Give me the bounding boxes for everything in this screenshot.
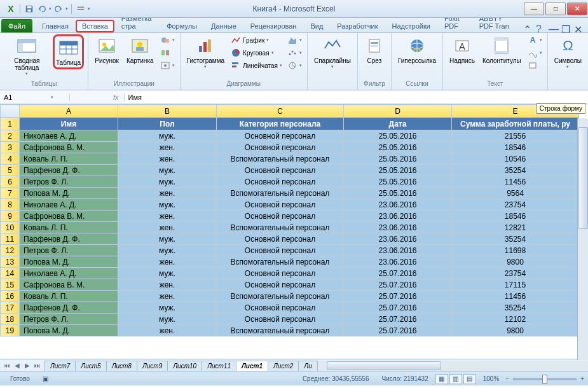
sheet-tab[interactable]: Лист11 xyxy=(202,361,236,371)
smartart-button[interactable] xyxy=(159,47,176,59)
cell[interactable]: 12102 xyxy=(452,314,579,325)
col-header-d[interactable]: D xyxy=(344,105,452,118)
cell[interactable]: 9800 xyxy=(452,256,579,268)
cell[interactable]: жен. xyxy=(118,188,217,199)
headerfooter-button[interactable]: Колонтитулы xyxy=(480,34,524,66)
col-header-c[interactable]: C xyxy=(217,105,344,118)
cell[interactable]: Вспомогательный персонал xyxy=(217,325,344,336)
cell[interactable]: 12821 xyxy=(452,222,579,233)
zoom-level[interactable]: 100% xyxy=(477,375,506,382)
cell[interactable]: 25.05.2016 xyxy=(344,165,452,176)
row-header[interactable]: 4 xyxy=(1,153,20,165)
bar-chart-button[interactable]: Линейчатая ▾ xyxy=(229,60,284,71)
cell[interactable]: жен. xyxy=(118,256,217,268)
cell[interactable]: жен. xyxy=(118,142,217,153)
name-box[interactable]: ▾ xyxy=(0,94,70,101)
scrollbar-thumb[interactable] xyxy=(327,361,441,370)
undo-icon[interactable] xyxy=(36,3,48,15)
sheet-tab[interactable]: Ли xyxy=(298,361,317,371)
cell[interactable]: 11456 xyxy=(452,291,579,302)
cell[interactable]: Попова М. Д. xyxy=(20,325,118,336)
cell[interactable]: муж. xyxy=(118,245,217,256)
picture-button[interactable]: Рисунок xyxy=(92,34,121,66)
cell[interactable]: Вспомогательный персонал xyxy=(217,291,344,302)
sheet-tab[interactable]: Лист9 xyxy=(137,361,168,371)
cell[interactable]: муж. xyxy=(118,314,217,325)
cell[interactable]: 11698 xyxy=(452,245,579,256)
cell[interactable]: 17115 xyxy=(452,279,579,291)
tab-formulas[interactable]: Формулы xyxy=(160,19,204,32)
cell[interactable]: Сафронова В. М. xyxy=(20,211,118,222)
cell[interactable]: 25.05.2016 xyxy=(344,153,452,165)
cell[interactable]: Петров Ф. Л. xyxy=(20,245,118,256)
sheet-tab[interactable]: Лист1 xyxy=(236,361,268,371)
cell[interactable]: муж. xyxy=(118,268,217,279)
sheet-nav-first[interactable]: ⏮ xyxy=(3,362,11,369)
cell[interactable]: жен. xyxy=(118,325,217,336)
redo-dropdown[interactable]: ▾ xyxy=(65,6,68,11)
header-cell[interactable]: Сумма заработной платы, ру xyxy=(452,118,579,130)
zoom-out-button[interactable]: − xyxy=(505,375,509,382)
cell[interactable]: 25.07.2016 xyxy=(344,279,452,291)
sheet-tab[interactable]: Лист5 xyxy=(75,361,106,371)
tab-data[interactable]: Данные xyxy=(204,19,243,32)
cell[interactable]: 25.07.2016 xyxy=(344,268,452,279)
clipart-button[interactable]: Картинка xyxy=(124,34,156,66)
tab-developer[interactable]: Разработчик xyxy=(330,19,385,32)
redo-icon[interactable] xyxy=(53,3,64,15)
tab-home[interactable]: Главная xyxy=(35,19,76,32)
cell[interactable]: муж. xyxy=(118,199,217,211)
cell[interactable]: 25.07.2016 xyxy=(344,325,452,336)
cell[interactable]: муж. xyxy=(118,176,217,188)
line-chart-button[interactable]: График ▾ xyxy=(229,34,284,46)
cell[interactable]: 18546 xyxy=(452,142,579,153)
fx-icon[interactable]: fx xyxy=(108,94,125,101)
cell[interactable]: Вспомогательный персонал xyxy=(217,256,344,268)
macro-record-icon[interactable]: ▣ xyxy=(36,375,55,382)
symbols-button[interactable]: Ω Символы ▾ xyxy=(552,34,584,71)
cell[interactable]: Петров Ф. Л. xyxy=(20,176,118,188)
sparklines-button[interactable]: Спарклайны ▾ xyxy=(311,34,353,71)
cell[interactable]: жен. xyxy=(118,291,217,302)
cell[interactable]: 23.06.2016 xyxy=(344,245,452,256)
cell[interactable]: Вспомогательный персонал xyxy=(217,222,344,233)
name-box-input[interactable] xyxy=(4,94,48,101)
pivot-table-button[interactable]: Сводная таблица ▾ xyxy=(4,34,50,78)
cell[interactable]: Вспомогательный персонал xyxy=(217,188,344,199)
cell[interactable]: 9800 xyxy=(452,325,579,336)
help-icon[interactable]: ? xyxy=(536,24,545,32)
qat-custom-icon[interactable] xyxy=(75,3,86,15)
cell[interactable]: Вспомогательный персонал xyxy=(217,153,344,165)
cell[interactable]: Основной персонал xyxy=(217,199,344,211)
row-header[interactable]: 11 xyxy=(1,233,20,245)
minimize-button[interactable]: — xyxy=(524,3,544,15)
screenshot-button[interactable]: ▾ xyxy=(159,60,176,71)
cell[interactable]: 18546 xyxy=(452,211,579,222)
zoom-in-button[interactable]: + xyxy=(580,375,584,382)
cell[interactable]: Основной персонал xyxy=(217,314,344,325)
cell[interactable]: Парфенов Д. Ф. xyxy=(20,165,118,176)
cell[interactable]: 35254 xyxy=(452,233,579,245)
cell[interactable]: 23754 xyxy=(452,199,579,211)
cell[interactable]: 21556 xyxy=(452,130,579,142)
tab-file[interactable]: Файл xyxy=(1,19,32,32)
row-header[interactable]: 16 xyxy=(1,291,20,302)
zoom-thumb[interactable] xyxy=(542,375,547,384)
doc-minimize-icon[interactable]: — xyxy=(549,24,557,32)
cell[interactable]: Сафронова В. М. xyxy=(20,142,118,153)
header-cell[interactable]: Пол xyxy=(118,118,217,130)
cell[interactable]: 11456 xyxy=(452,176,579,188)
cell[interactable]: Основной персонал xyxy=(217,142,344,153)
row-header[interactable]: 8 xyxy=(1,199,20,211)
table-button[interactable]: Таблица xyxy=(53,34,84,69)
excel-icon[interactable]: X xyxy=(5,3,17,15)
slicer-button[interactable]: Срез xyxy=(362,34,387,66)
cell[interactable]: Основной персонал xyxy=(217,279,344,291)
hyperlink-button[interactable]: Гиперссылка xyxy=(395,34,439,66)
sheet-tab[interactable]: Лист7 xyxy=(44,361,76,371)
cell[interactable]: 25.05.2016 xyxy=(344,176,452,188)
sheet-nav-next[interactable]: ▶ xyxy=(23,362,32,369)
object-button[interactable] xyxy=(526,60,544,71)
row-header[interactable]: 19 xyxy=(1,325,20,336)
row-header[interactable]: 2 xyxy=(1,130,20,142)
